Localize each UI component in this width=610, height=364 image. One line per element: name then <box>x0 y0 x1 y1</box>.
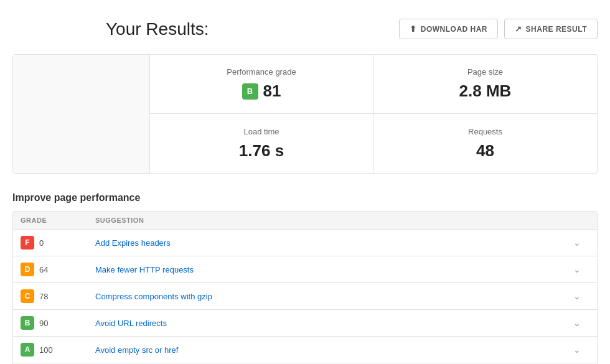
page-size-cell: Page size 2.8 MB <box>373 55 597 114</box>
page-title: Your Results: <box>106 19 209 39</box>
expand-col-header <box>565 217 589 224</box>
page-size-value: 2.8 MB <box>459 82 512 101</box>
row-grade-badge: F <box>21 236 34 250</box>
grade-cell: C 78 <box>21 289 95 303</box>
suggestion-text[interactable]: Add Expires headers <box>95 238 565 248</box>
row-grade-badge: B <box>21 316 34 330</box>
load-time-label: Load time <box>243 127 279 136</box>
row-score: 64 <box>39 265 48 274</box>
row-score: 0 <box>39 238 44 248</box>
grade-cell: B 90 <box>21 316 95 330</box>
page-size-label: Page size <box>467 67 503 77</box>
share-btn-label: SHARE RESULT <box>526 25 587 34</box>
grade-cell: F 0 <box>21 236 95 250</box>
table-row[interactable]: F 0 Add Expires headers ⌄ <box>13 230 597 256</box>
table-row[interactable]: D 64 Make fewer HTTP requests ⌄ <box>13 256 597 283</box>
requests-label: Requests <box>468 127 502 136</box>
grade-col-header: GRADE <box>21 217 95 224</box>
performance-grade-value: B 81 <box>242 82 281 101</box>
page-size-number: 2.8 MB <box>459 82 512 101</box>
grade-cell: A 100 <box>21 343 95 357</box>
suggestions-table: GRADE SUGGESTION F 0 Add Expires headers… <box>12 211 598 364</box>
grade-cell: D 64 <box>21 263 95 276</box>
performance-grade-number: 81 <box>263 82 281 101</box>
suggestions-section-title: Improve page performance <box>12 192 598 203</box>
row-grade-badge: D <box>21 263 34 276</box>
performance-grade-badge: B <box>242 83 258 100</box>
table-row[interactable]: B 90 Avoid URL redirects ⌄ <box>13 310 597 337</box>
download-btn-label: DOWNLOAD HAR <box>421 25 487 34</box>
results-panel: Performance grade B 81 Page size 2.8 MB … <box>12 54 598 174</box>
row-score: 100 <box>39 345 53 355</box>
row-score: 90 <box>39 319 48 328</box>
row-grade-badge: C <box>21 289 34 303</box>
suggestion-col-header: SUGGESTION <box>95 217 565 224</box>
chevron-down-icon[interactable]: ⌄ <box>565 318 589 328</box>
performance-grade-cell: Performance grade B 81 <box>150 55 373 114</box>
download-har-button[interactable]: ⬆ DOWNLOAD HAR <box>399 19 498 39</box>
metrics-grid: Performance grade B 81 Page size 2.8 MB … <box>150 55 597 173</box>
table-header: GRADE SUGGESTION <box>13 212 597 230</box>
load-time-value: 1.76 s <box>239 141 284 161</box>
suggestion-text[interactable]: Make fewer HTTP requests <box>95 265 565 274</box>
suggestions-rows: F 0 Add Expires headers ⌄ D 64 Make fewe… <box>13 230 597 364</box>
chevron-down-icon[interactable]: ⌄ <box>565 345 589 355</box>
chevron-down-icon[interactable]: ⌄ <box>565 238 589 248</box>
suggestion-text[interactable]: Avoid URL redirects <box>95 319 565 328</box>
table-row[interactable]: C 78 Compress components with gzip ⌄ <box>13 283 597 310</box>
share-icon: ↗ <box>515 24 522 34</box>
suggestion-text[interactable]: Avoid empty src or href <box>95 345 565 355</box>
chevron-down-icon[interactable]: ⌄ <box>565 264 589 274</box>
download-icon: ⬆ <box>410 24 417 34</box>
share-result-button[interactable]: ↗ SHARE RESULT <box>504 19 598 39</box>
performance-grade-label: Performance grade <box>227 67 296 77</box>
row-score: 78 <box>39 292 48 301</box>
waterfall-area <box>13 55 150 173</box>
requests-number: 48 <box>476 141 494 161</box>
chevron-down-icon[interactable]: ⌄ <box>565 291 589 301</box>
load-time-number: 1.76 s <box>239 141 284 161</box>
row-grade-badge: A <box>21 343 34 357</box>
suggestion-text[interactable]: Compress components with gzip <box>95 292 565 301</box>
requests-cell: Requests 48 <box>373 114 597 173</box>
requests-value: 48 <box>476 141 494 161</box>
table-row[interactable]: A 100 Avoid empty src or href ⌄ <box>13 337 597 363</box>
load-time-cell: Load time 1.76 s <box>150 114 373 173</box>
header-buttons: ⬆ DOWNLOAD HAR ↗ SHARE RESULT <box>399 19 598 39</box>
